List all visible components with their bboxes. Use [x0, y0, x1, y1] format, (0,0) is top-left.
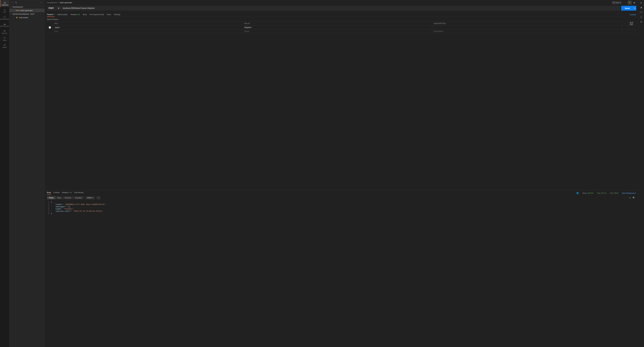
resp-size: Size: 250 B	[610, 192, 618, 194]
param-checkbox[interactable]: ✓	[49, 26, 51, 28]
method-select[interactable]: POST ▾	[46, 6, 61, 10]
param-value[interactable]: Stephen	[242, 25, 432, 29]
param-key[interactable]: name	[53, 25, 242, 29]
tab-settings[interactable]: Settings	[114, 12, 120, 17]
response-toolbar: Pretty Raw Preview Visualize JSON ▾ ⤶ ⧉ …	[45, 195, 638, 201]
view-visualize-button[interactable]: Visualize	[73, 196, 84, 199]
add-button[interactable]: +	[10, 1, 13, 4]
resp-tab-body[interactable]: Body	[47, 192, 51, 195]
env-icon: ▢	[4, 15, 6, 18]
flow-icon: ⠿	[4, 37, 6, 39]
rail-mock[interactable]: ☁ Mock Servers	[0, 21, 9, 28]
response-body-code[interactable]: 1{2 "token": "09048835-eff7-4a9f-91aa-7a…	[45, 201, 638, 347]
rail-label: Flows	[3, 39, 6, 41]
tab-params[interactable]: Params	[47, 12, 54, 17]
resp-tab-headers[interactable]: Headers (4)	[62, 192, 72, 195]
rail-history[interactable]: ↺ History	[0, 42, 9, 49]
tree-request-token[interactable]: POST token-generator	[9, 9, 44, 12]
tab-headers[interactable]: Headers (8)	[70, 12, 80, 17]
active-dot-icon	[54, 14, 54, 15]
request-name: token-generator	[20, 9, 33, 11]
query-params-title: Query Params	[45, 17, 638, 21]
method-tag: POST	[16, 10, 19, 11]
search-icon[interactable]: 🔍	[632, 196, 636, 200]
rail-label: History	[2, 46, 7, 48]
server-icon: ☁	[4, 23, 6, 25]
collection-name: Development	[12, 6, 23, 8]
chevron-down-icon: ▾	[92, 197, 94, 199]
rail-label: Mock Servers	[0, 25, 9, 27]
col-key: KEY	[53, 22, 242, 25]
rail-collections[interactable]: ▭ Collections	[0, 0, 9, 7]
main-header: Development / token-generator 🖫 Save ▾ ⋯…	[45, 0, 638, 5]
filter-icon[interactable]: ⇅	[14, 1, 18, 4]
request-empty-area	[45, 33, 638, 190]
new-value-input[interactable]: Value	[242, 29, 432, 33]
sidebar-toolbar: + ⇅ ⋯	[9, 0, 44, 5]
send-button[interactable]: Send	[621, 6, 634, 10]
copy-icon[interactable]: ⧉	[628, 196, 632, 200]
chevron-down-icon: ▾	[10, 6, 12, 8]
comment-icon[interactable]: ▣	[632, 1, 636, 4]
view-mode-group: Pretty Raw Preview Visualize	[47, 196, 84, 199]
comments-icon[interactable]: ▣	[640, 6, 642, 9]
history-icon: ↺	[4, 44, 6, 46]
rail-apis[interactable]: ∞ APIs	[0, 7, 9, 14]
save-icon: 🖫	[613, 1, 614, 3]
save-response-button[interactable]: Save Response ▾	[622, 192, 636, 194]
info-icon[interactable]: ⓘ	[640, 15, 642, 18]
cookies-link[interactable]: Cookies	[630, 14, 636, 15]
socket-name: chat-socket	[19, 16, 28, 18]
tab-authorization[interactable]: Authorization	[58, 12, 68, 17]
api-icon: ∞	[4, 8, 6, 11]
param-desc[interactable]	[432, 25, 622, 29]
resp-status: Status: 200 OK	[582, 192, 593, 194]
more-icon[interactable]: ⋯	[623, 1, 627, 4]
params-header-row: KEY VALUE DESCRIPTION ⋯ Bulk Edit	[46, 22, 636, 25]
new-desc-input[interactable]: Description	[432, 29, 622, 33]
docs-icon[interactable]: 🗎	[640, 1, 642, 4]
breadcrumb-parent[interactable]: Development	[47, 1, 58, 3]
rail-environments[interactable]: ▢ Environments	[0, 14, 9, 21]
col-options-icon[interactable]: ⋯	[622, 22, 628, 25]
tab-tests[interactable]: Tests	[107, 12, 111, 17]
hint-icon[interactable]: ❖	[640, 21, 642, 23]
url-bar: POST ▾ Send ▾	[46, 6, 636, 10]
view-pretty-button[interactable]: Pretty	[47, 196, 56, 199]
col-value: VALUE	[242, 22, 432, 25]
tree-folder-socket[interactable]: ▾ Socket-Development BETA	[9, 12, 44, 16]
monitor-icon: ⟳	[4, 30, 6, 32]
chevron-down-icon: ▾	[635, 192, 636, 194]
new-key-input[interactable]: Key	[53, 29, 242, 33]
beta-badge: BETA	[30, 13, 35, 15]
view-raw-button[interactable]: Raw	[56, 196, 63, 199]
wrap-toggle-icon[interactable]: ⤶	[96, 196, 100, 200]
response-panel: Body Cookies Headers (4) Test Results 🌐 …	[45, 190, 638, 347]
resp-tab-tests[interactable]: Test Results	[74, 192, 84, 195]
send-menu-button[interactable]: ▾	[634, 6, 636, 10]
tree-collection[interactable]: ▾ Development	[9, 5, 44, 9]
resp-time: Time: 677 ms	[597, 192, 606, 194]
folder-icon: ▭	[4, 1, 6, 4]
tree-socket[interactable]: ⚡ chat-socket	[9, 16, 44, 19]
view-preview-button[interactable]: Preview	[63, 196, 73, 199]
method-value: POST	[48, 7, 54, 9]
breadcrumb-name: token-generator	[60, 1, 72, 3]
url-input[interactable]	[61, 6, 620, 10]
rail-label: Collections	[1, 4, 8, 6]
breadcrumb-sep: /	[58, 1, 59, 3]
edit-icon[interactable]: ✎	[628, 1, 632, 4]
resp-tab-cookies[interactable]: Cookies	[53, 192, 60, 195]
bulk-edit-button[interactable]: Bulk Edit	[628, 22, 636, 25]
rail-flows[interactable]: ⠿ Flows	[0, 35, 9, 42]
tab-body[interactable]: Body	[83, 12, 87, 17]
save-button[interactable]: 🖫 Save ▾	[612, 1, 622, 4]
right-rail: 🗎 ▣ </> ⓘ ❖	[638, 0, 644, 347]
tab-prereq[interactable]: Pre-request Script	[90, 12, 104, 17]
rail-monitors[interactable]: ⟳ Monitors	[0, 28, 9, 35]
params-row: ✓ name Stephen	[46, 25, 636, 29]
more-icon[interactable]: ⋯	[40, 1, 43, 4]
code-icon[interactable]: </>	[640, 11, 643, 13]
language-select[interactable]: JSON ▾	[85, 196, 95, 200]
globe-icon[interactable]: 🌐	[576, 192, 579, 194]
